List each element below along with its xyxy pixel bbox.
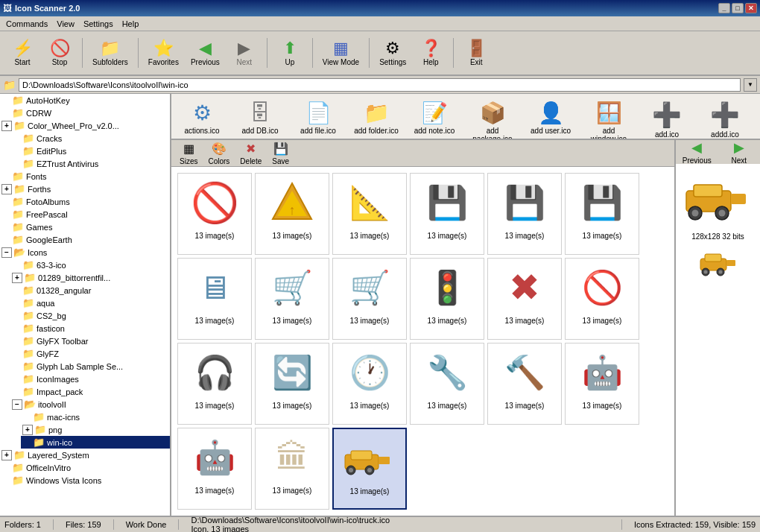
- grid-item-15[interactable]: 🔧 13 image(s): [410, 343, 484, 425]
- tree-item-aqua[interactable]: 📁 aqua: [10, 297, 170, 309]
- grid-item-4[interactable]: 💾 13 image(s): [487, 173, 562, 255]
- help-button[interactable]: ❓ Help: [413, 37, 449, 70]
- colors-button[interactable]: 🎨 Colors: [204, 139, 233, 168]
- tree-item-fotoalbums[interactable]: 📁 FotoAlbums: [0, 195, 170, 208]
- tree-item-editplus[interactable]: 📁 EditPlus: [10, 145, 170, 157]
- icon-file-actions[interactable]: ⚙ actions.ico: [174, 97, 229, 140]
- grid-item-12[interactable]: 🎧 13 image(s): [177, 343, 252, 425]
- tree-item-color-wheel[interactable]: + 📁 Color_Wheel_Pro_v2.0...: [0, 119, 170, 132]
- favorites-button[interactable]: ⭐ Favorites: [143, 37, 184, 70]
- menu-commands[interactable]: Commands: [1, 18, 52, 30]
- tree-item-officeinvitro[interactable]: 📁 OfficeInVitro: [0, 461, 170, 474]
- tree-expander[interactable]: +: [1, 184, 12, 194]
- tree-label: Fonts: [26, 172, 47, 181]
- grid-item-8[interactable]: 🛒 13 image(s): [332, 258, 407, 340]
- icon-file-adduser[interactable]: 👤 add user.ico: [523, 97, 578, 140]
- sizes-button[interactable]: ▦ Sizes: [176, 139, 201, 168]
- icon-file-addfile[interactable]: 📄 add file.ico: [291, 97, 346, 140]
- grid-item-1[interactable]: ↑ 13 image(s): [255, 173, 329, 255]
- icon-file-addwindow[interactable]: 🪟 addwindow.ico: [581, 97, 636, 140]
- grid-item-0[interactable]: 🚫 13 image(s): [177, 173, 252, 255]
- up-button[interactable]: ⬆ Up: [272, 37, 308, 70]
- address-input[interactable]: [19, 78, 741, 92]
- tree-expander[interactable]: +: [1, 450, 12, 460]
- subfolders-button[interactable]: 📁 Subfolders: [87, 37, 133, 70]
- grid-item-2[interactable]: 📐 13 image(s): [332, 173, 407, 255]
- tree-expander[interactable]: +: [22, 425, 33, 435]
- next-button[interactable]: ▶ Next: [227, 37, 262, 70]
- tree-item-freepascal[interactable]: 📁 FreePascal: [0, 208, 170, 221]
- grid-item-9[interactable]: 🚦 13 image(s): [410, 258, 484, 340]
- grid-item-16[interactable]: 🔨 13 image(s): [487, 343, 562, 425]
- settings-button[interactable]: ⚙ Settings: [374, 37, 411, 70]
- exit-button[interactable]: 🚪 Exit: [458, 37, 494, 70]
- tree-item-cs2-bg[interactable]: 📁 CS2_bg: [10, 309, 170, 322]
- tree-item-fonts[interactable]: 📁 Fonts: [0, 170, 170, 183]
- grid-item-20[interactable]: 13 image(s): [332, 428, 407, 510]
- delete-button[interactable]: ✖ Delete: [236, 139, 265, 168]
- grid-item-13[interactable]: 🔄 13 image(s): [255, 343, 329, 425]
- icon-file-addfolder[interactable]: 📁 add folder.ico: [349, 97, 404, 140]
- address-dropdown[interactable]: ▼: [744, 78, 757, 92]
- file-label: actions.ico: [184, 127, 219, 135]
- tree-item-iconimages[interactable]: 📁 IconImages: [10, 373, 170, 385]
- tree-item-win-ico[interactable]: 📁 win-ico: [21, 436, 170, 449]
- tree-expander[interactable]: −: [1, 247, 12, 258]
- tree-item-fasticon[interactable]: 📁 fasticon: [10, 322, 170, 335]
- tree-item-63-3-ico[interactable]: 📁 63-3-ico: [10, 259, 170, 271]
- grid-item-6[interactable]: 🖥 13 image(s): [177, 258, 252, 340]
- start-button[interactable]: ⚡ Start: [4, 37, 40, 70]
- tree-item-icons[interactable]: − 📂 Icons: [0, 246, 170, 259]
- menu-settings[interactable]: Settings: [79, 18, 118, 30]
- tree-item-glyfx[interactable]: 📁 GlyFX Toolbar: [10, 335, 170, 347]
- tree-item-cdrw[interactable]: 📁 CDRW: [0, 107, 170, 119]
- tree-item-01328[interactable]: 📁 01328_angular: [10, 284, 170, 297]
- menu-view[interactable]: View: [52, 18, 79, 30]
- delete-label: Delete: [240, 157, 262, 165]
- grid-item-5[interactable]: 💾 13 image(s): [565, 173, 639, 255]
- stop-button[interactable]: 🚫 Stop: [42, 37, 77, 70]
- tree-item-windows-vista[interactable]: 📁 Windows Vista Icons: [0, 474, 170, 487]
- preview-previous-button[interactable]: ◀ Previous: [676, 140, 718, 164]
- tree-item-mac-icns[interactable]: 📁 mac-icns: [21, 411, 170, 423]
- icon-file-addnote[interactable]: 📝 add note.ico: [407, 97, 462, 140]
- tree-item-googleearth[interactable]: 📁 GoogleEarth: [0, 233, 170, 246]
- tree-item-impact-pack[interactable]: 📁 Impact_pack: [10, 385, 170, 398]
- tree-expander[interactable]: −: [12, 399, 22, 410]
- icon-file-addd[interactable]: ➕ addd.ico: [697, 97, 753, 140]
- grid-item-3[interactable]: 💾 13 image(s): [410, 173, 484, 255]
- save-button[interactable]: 💾 Save: [268, 139, 293, 168]
- icon-file-add[interactable]: ➕ add.ico: [639, 97, 694, 140]
- tree-item-png[interactable]: + 📁 png: [21, 423, 170, 436]
- grid-item-11[interactable]: 🚫 13 image(s): [565, 258, 639, 340]
- tree-item-games[interactable]: 📁 Games: [0, 221, 170, 233]
- grid-item-7[interactable]: 🛒 13 image(s): [255, 258, 329, 340]
- icon-file-addpackage[interactable]: 📦 addpackage.ico: [465, 97, 520, 140]
- tree-item-glyfz[interactable]: 📁 GlyFZ: [10, 347, 170, 360]
- tree-expander[interactable]: +: [12, 273, 22, 283]
- preview-next-button[interactable]: ▶ Next: [718, 140, 761, 164]
- tree-item-autohotkey[interactable]: 📁 AutoHotKey: [0, 94, 170, 107]
- viewmode-button[interactable]: ▦ View Mode: [317, 37, 364, 70]
- tree-item-forths[interactable]: + 📁 Forths: [0, 183, 170, 195]
- minimize-button[interactable]: _: [718, 3, 730, 13]
- grid-item-17[interactable]: 🤖 13 image(s): [565, 343, 639, 425]
- grid-item-18[interactable]: 🤖 13 image(s): [177, 428, 252, 510]
- grid-item-19[interactable]: 🏛 13 image(s): [255, 428, 329, 510]
- tree-item-cracks[interactable]: 📁 Cracks: [10, 132, 170, 145]
- tree-item-01289[interactable]: + 📁 01289_bittorrentfil...: [10, 271, 170, 284]
- tree-expander[interactable]: +: [1, 121, 12, 131]
- menu-help[interactable]: Help: [118, 18, 144, 30]
- grid-item-10[interactable]: ✖ 13 image(s): [487, 258, 562, 340]
- tree-item-glyph-lab[interactable]: 📁 Glyph Lab Sample Se...: [10, 360, 170, 373]
- tree-label: png: [48, 425, 62, 434]
- svg-rect-18: [705, 254, 721, 262]
- previous-button[interactable]: ◀ Previous: [186, 37, 225, 70]
- icon-file-adddb[interactable]: 🗄 add DB.ico: [232, 97, 288, 140]
- maximize-button[interactable]: □: [732, 3, 744, 13]
- tree-item-itoolvoii[interactable]: − 📂 itoolvoII: [10, 398, 170, 411]
- grid-item-14[interactable]: 🕐 13 image(s): [332, 343, 407, 425]
- tree-item-eztrust[interactable]: 📁 EZTrust Antivirus: [10, 157, 170, 170]
- close-button[interactable]: ✕: [745, 3, 757, 13]
- tree-item-layered-system[interactable]: + 📁 Layered_System: [0, 449, 170, 461]
